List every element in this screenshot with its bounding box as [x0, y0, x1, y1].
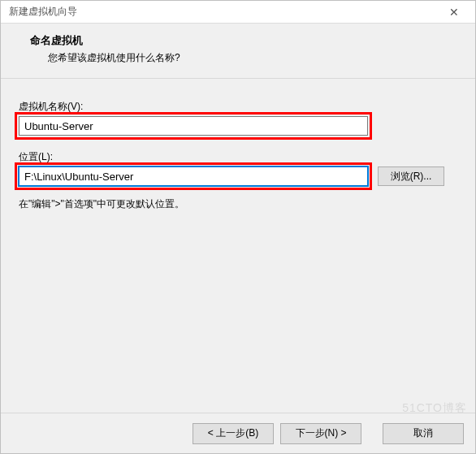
- wizard-header: 命名虚拟机 您希望该虚拟机使用什么名称?: [1, 24, 475, 79]
- vm-location-input[interactable]: [19, 166, 368, 186]
- close-icon: ✕: [449, 6, 459, 19]
- titlebar: 新建虚拟机向导 ✕: [1, 1, 475, 24]
- page-subtitle: 您希望该虚拟机使用什么名称?: [48, 51, 456, 65]
- close-button[interactable]: ✕: [438, 2, 470, 23]
- location-hint: 在"编辑">"首选项"中可更改默认位置。: [19, 197, 457, 211]
- browse-button[interactable]: 浏览(R)...: [378, 166, 444, 186]
- wizard-content: 虚拟机名称(V): 位置(L): 浏览(R)... 在"编辑">"首选项"中可更…: [1, 79, 475, 413]
- wizard-footer: < 上一步(B) 下一步(N) > 取消: [1, 413, 475, 453]
- back-button[interactable]: < 上一步(B): [193, 423, 274, 444]
- vm-name-input[interactable]: [19, 116, 368, 136]
- window-title: 新建虚拟机向导: [9, 5, 438, 19]
- page-title: 命名虚拟机: [30, 33, 456, 48]
- new-vm-wizard-dialog: 新建虚拟机向导 ✕ 命名虚拟机 您希望该虚拟机使用什么名称? 虚拟机名称(V):…: [0, 0, 476, 454]
- vm-location-label: 位置(L):: [19, 150, 457, 164]
- vm-name-label: 虚拟机名称(V):: [19, 100, 457, 114]
- cancel-button[interactable]: 取消: [383, 423, 464, 444]
- next-button[interactable]: 下一步(N) >: [280, 423, 361, 444]
